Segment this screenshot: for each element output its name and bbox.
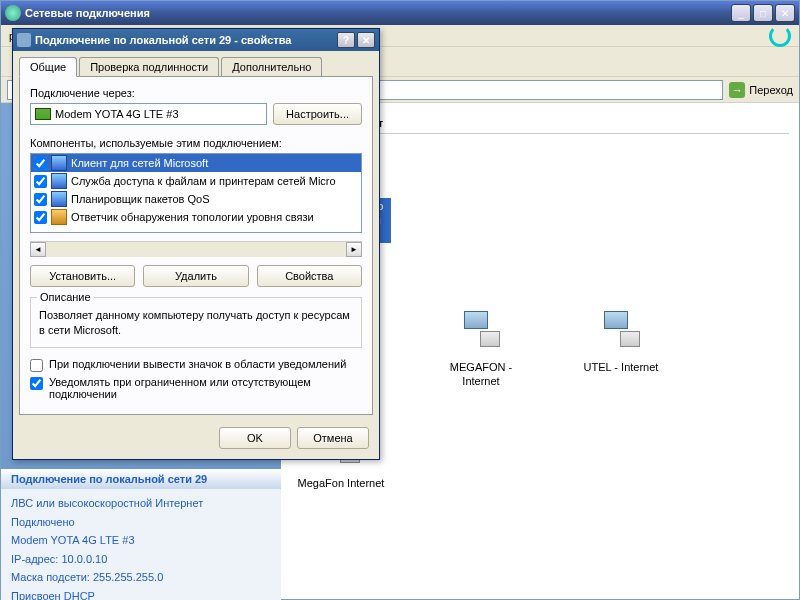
adapter-field[interactable]: Modem YOTA 4G LTE #3 [30,103,267,125]
properties-dialog: Подключение по локальной сети 29 - свойс… [12,28,380,460]
component-checkbox[interactable] [34,193,47,206]
dialog-titlebar[interactable]: Подключение по локальной сети 29 - свойс… [13,29,379,51]
component-item[interactable]: Клиент для сетей Microsoft [31,154,361,172]
connection-label: MEGAFON - Internet [431,359,531,390]
app-icon [5,5,21,21]
qos-icon [51,191,67,207]
description-text: Позволяет данному компьютеру получать до… [39,308,353,339]
notify-limited-label[interactable]: Уведомлять при ограниченном или отсутств… [49,376,362,400]
component-item[interactable]: Служба доступа к файлам и принтерам сете… [31,172,361,190]
components-label: Компоненты, используемые этим подключени… [30,137,362,149]
dialog-close-button[interactable]: ✕ [357,32,375,48]
detail-line: Присвоен DHCP [11,588,271,601]
detail-line: Маска подсети: 255.255.255.0 [11,569,271,586]
main-title: Сетевые подключения [25,7,731,19]
component-label: Служба доступа к файлам и принтерам сете… [71,175,336,187]
tab-strip: Общие Проверка подлинности Дополнительно [13,51,379,76]
configure-button[interactable]: Настроить... [273,103,362,125]
details-body: ЛВС или высокоскоростной Интернет Подклю… [1,489,281,600]
uninstall-button[interactable]: Удалить [143,265,248,287]
help-button[interactable]: ? [337,32,355,48]
details-section: Подключение по локальной сети 29 ЛВС или… [1,469,281,600]
details-title: Подключение по локальной сети 29 [1,469,281,489]
tab-general[interactable]: Общие [19,57,77,77]
cancel-button[interactable]: Отмена [297,427,369,449]
go-button[interactable]: → Переход [729,82,793,98]
scroll-left-button[interactable]: ◄ [30,242,46,257]
device-icon [600,311,642,347]
detail-line: IP-адрес: 10.0.0.10 [11,551,271,568]
component-checkbox[interactable] [34,211,47,224]
connection-item[interactable]: MEGAFON - Internet [431,303,531,390]
show-icon-checkbox[interactable] [30,359,43,372]
device-icon [460,311,502,347]
connect-using-label: Подключение через: [30,87,362,99]
responder-icon [51,209,67,225]
go-arrow-icon: → [729,82,745,98]
go-label: Переход [749,84,793,96]
service-icon [51,173,67,189]
connection-item[interactable]: UTEL - Internet [571,303,671,390]
description-group: Описание Позволяет данному компьютеру по… [30,297,362,348]
client-icon [51,155,67,171]
properties-button[interactable]: Свойства [257,265,362,287]
tab-auth[interactable]: Проверка подлинности [79,57,219,76]
ok-button[interactable]: OK [219,427,291,449]
detail-line: ЛВС или высокоскоростной Интернет [11,495,271,512]
dialog-title: Подключение по локальной сети 29 - свойс… [35,34,291,46]
install-button[interactable]: Установить... [30,265,135,287]
component-label: Ответчик обнаружения топологии уровня св… [71,211,314,223]
scroll-track[interactable] [46,242,346,257]
throbber-icon [769,25,791,47]
connection-label: UTEL - Internet [581,359,662,375]
description-legend: Описание [37,291,94,303]
dialog-buttons: OK Отмена [13,421,379,459]
dialog-icon [17,33,31,47]
show-icon-label[interactable]: При подключении вывести значок в области… [49,358,346,370]
component-checkbox[interactable] [34,157,47,170]
components-listbox[interactable]: Клиент для сетей Microsoft Служба доступ… [30,153,362,233]
component-label: Планировщик пакетов QoS [71,193,210,205]
detail-line: Подключено [11,514,271,531]
tab-body: Подключение через: Modem YOTA 4G LTE #3 … [19,76,373,415]
component-checkbox[interactable] [34,175,47,188]
adapter-name: Modem YOTA 4G LTE #3 [55,108,179,120]
nic-icon [35,108,51,120]
maximize-button[interactable]: □ [753,4,773,22]
component-label: Клиент для сетей Microsoft [71,157,208,169]
main-titlebar[interactable]: Сетевые подключения _ □ ✕ [1,1,799,25]
connection-label: MegaFon Internet [295,475,388,491]
listbox-hscroll[interactable]: ◄ ► [30,241,362,257]
minimize-button[interactable]: _ [731,4,751,22]
scroll-right-button[interactable]: ► [346,242,362,257]
close-button[interactable]: ✕ [775,4,795,22]
notify-limited-checkbox[interactable] [30,377,43,390]
component-item[interactable]: Ответчик обнаружения топологии уровня св… [31,208,361,226]
detail-line: Modem YOTA 4G LTE #3 [11,532,271,549]
component-item[interactable]: Планировщик пакетов QoS [31,190,361,208]
tab-advanced[interactable]: Дополнительно [221,57,322,76]
